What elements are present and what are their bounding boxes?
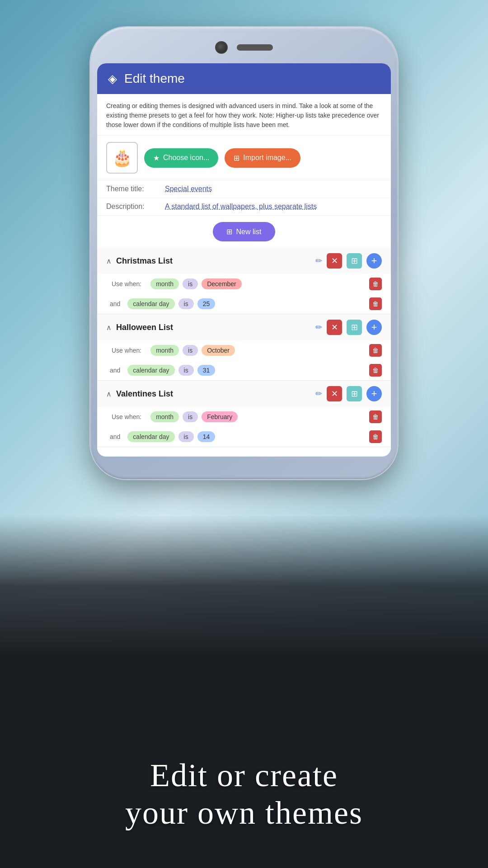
is-tag-5[interactable]: is <box>183 411 198 422</box>
speaker-grille <box>237 44 273 51</box>
valentines-copy-button[interactable]: ⊞ <box>347 386 362 401</box>
use-when-label-1: Use when: <box>106 278 147 289</box>
valentines-condition-1: Use when: month is February 🗑 <box>97 407 391 427</box>
halloween-edit-icon[interactable]: ✏ <box>315 322 322 332</box>
phone-frame: ◈ Edit theme Creating or editing themes … <box>90 27 398 479</box>
theme-title-label: Theme title: <box>106 185 165 193</box>
new-list-label: New list <box>236 228 261 236</box>
month-tag-2[interactable]: month <box>150 345 179 356</box>
month-tag-3[interactable]: month <box>150 411 179 422</box>
month-tag-1[interactable]: month <box>150 278 179 289</box>
valentines-condition-2: and calendar day is 14 🗑 <box>97 427 391 447</box>
camera-lens <box>215 41 228 54</box>
is-tag-3[interactable]: is <box>183 345 198 356</box>
tagline-section: Edit or create your own themes <box>0 515 488 868</box>
delete-condition-2-valentines[interactable]: 🗑 <box>369 430 382 443</box>
app-header: ◈ Edit theme <box>97 63 391 94</box>
christmas-list-title: Christmas List <box>116 256 311 266</box>
description-label: Description: <box>106 203 165 211</box>
valentines-delete-button[interactable]: ✕ <box>327 386 342 401</box>
christmas-add-button[interactable]: + <box>366 253 382 269</box>
valentines-chevron-icon[interactable]: ∧ <box>106 390 112 398</box>
preview-emoji: 🎂 <box>112 148 132 167</box>
delete-condition-2-christmas[interactable]: 🗑 <box>369 297 382 310</box>
is-tag-6[interactable]: is <box>178 431 194 442</box>
delete-condition-1-valentines[interactable]: 🗑 <box>369 410 382 423</box>
halloween-copy-button[interactable]: ⊞ <box>347 320 362 335</box>
calendar-day-tag-2[interactable]: calendar day <box>127 365 174 376</box>
description-block: Creating or editing themes is designed w… <box>97 94 391 136</box>
october-tag[interactable]: October <box>202 345 235 356</box>
delete-condition-1-christmas[interactable]: 🗑 <box>369 278 382 290</box>
use-when-label-2: Use when: <box>106 345 147 356</box>
and-label-3: and <box>106 431 124 442</box>
tagline-line1: Edit or create <box>150 757 338 793</box>
halloween-chevron-icon[interactable]: ∧ <box>106 323 112 332</box>
christmas-edit-icon[interactable]: ✏ <box>315 256 322 266</box>
and-label-1: and <box>106 298 124 309</box>
app-content: Creating or editing themes is designed w… <box>97 94 391 456</box>
phone-screen: ◈ Edit theme Creating or editing themes … <box>97 63 391 457</box>
christmas-list-header: ∧ Christmas List ✏ ✕ ⊞ + <box>97 248 391 274</box>
theme-title-row: Theme title: Special events <box>97 180 391 198</box>
phone-device: ◈ Edit theme Creating or editing themes … <box>90 27 398 479</box>
halloween-list-title: Halloween List <box>116 323 311 332</box>
delete-condition-2-halloween[interactable]: 🗑 <box>369 364 382 377</box>
icon-row: 🎂 ★ Choose icon... ⊞ Import image... <box>97 136 391 180</box>
christmas-condition-2: and calendar day is 25 🗑 <box>97 294 391 314</box>
import-image-label: Import image... <box>243 154 291 162</box>
calendar-day-tag-1[interactable]: calendar day <box>127 298 174 309</box>
tagline-line2: your own themes <box>125 795 363 831</box>
halloween-list-section: ∧ Halloween List ✏ ✕ ⊞ + Use when: month… <box>97 314 391 381</box>
description-text: Creating or editing themes is designed w… <box>106 102 379 128</box>
import-icon: ⊞ <box>234 154 239 162</box>
is-tag-2[interactable]: is <box>178 298 194 309</box>
star-icon: ★ <box>153 154 160 162</box>
valentines-edit-icon[interactable]: ✏ <box>315 389 322 399</box>
choose-icon-button[interactable]: ★ Choose icon... <box>144 148 218 168</box>
description-row: Description: A standard list of wallpape… <box>97 198 391 216</box>
christmas-chevron-icon[interactable]: ∧ <box>106 257 112 265</box>
valentines-list-title: Valentines List <box>116 389 311 399</box>
valentines-list-section: ∧ Valentines List ✏ ✕ ⊞ + Use when: mont… <box>97 381 391 447</box>
christmas-copy-button[interactable]: ⊞ <box>347 253 362 269</box>
valentines-list-header: ∧ Valentines List ✏ ✕ ⊞ + <box>97 381 391 407</box>
day-14-tag[interactable]: 14 <box>197 431 216 442</box>
halloween-condition-1: Use when: month is October 🗑 <box>97 340 391 360</box>
choose-icon-label: Choose icon... <box>163 154 209 162</box>
halloween-condition-2: and calendar day is 31 🗑 <box>97 360 391 380</box>
is-tag-4[interactable]: is <box>178 365 194 376</box>
christmas-delete-button[interactable]: ✕ <box>327 253 342 269</box>
christmas-condition-1: Use when: month is December 🗑 <box>97 274 391 294</box>
delete-condition-1-halloween[interactable]: 🗑 <box>369 344 382 357</box>
description-value[interactable]: A standard list of wallpapers, plus sepa… <box>165 203 317 211</box>
valentines-add-button[interactable]: + <box>366 386 382 401</box>
day-25-tag[interactable]: 25 <box>197 298 216 309</box>
halloween-list-header: ∧ Halloween List ✏ ✕ ⊞ + <box>97 314 391 340</box>
day-31-tag[interactable]: 31 <box>197 365 216 376</box>
phone-top-bar <box>97 34 391 61</box>
new-list-icon: ⊞ <box>226 227 232 236</box>
calendar-day-tag-3[interactable]: calendar day <box>127 431 174 442</box>
theme-icon-preview: 🎂 <box>106 142 138 174</box>
new-list-row: ⊞ New list <box>97 216 391 248</box>
february-tag[interactable]: February <box>202 411 238 422</box>
is-tag-1[interactable]: is <box>183 278 198 289</box>
use-when-label-3: Use when: <box>106 411 147 422</box>
halloween-delete-button[interactable]: ✕ <box>327 320 342 335</box>
and-label-2: and <box>106 365 124 376</box>
theme-title-value[interactable]: Special events <box>165 185 212 193</box>
header-app-icon: ◈ <box>108 72 117 86</box>
import-image-button[interactable]: ⊞ Import image... <box>225 148 300 168</box>
december-tag[interactable]: December <box>202 278 242 289</box>
halloween-add-button[interactable]: + <box>366 320 382 335</box>
new-list-button[interactable]: ⊞ New list <box>213 222 275 241</box>
header-title: Edit theme <box>124 71 185 86</box>
christmas-list-section: ∧ Christmas List ✏ ✕ ⊞ + Use when: month… <box>97 248 391 314</box>
tagline-text: Edit or create your own themes <box>98 757 390 832</box>
